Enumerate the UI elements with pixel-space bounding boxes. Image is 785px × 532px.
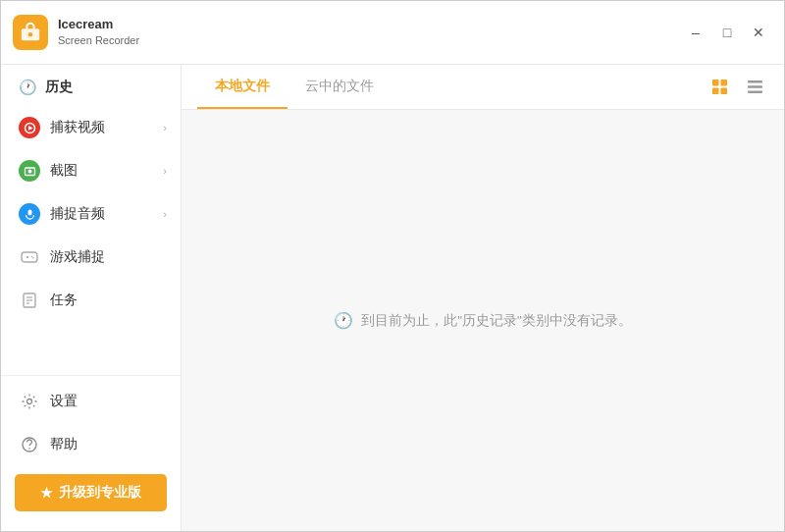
close-button[interactable]: ✕ — [745, 22, 772, 43]
sidebar-item-capture-video[interactable]: 捕获视频 › — [1, 106, 181, 149]
sidebar-item-task[interactable]: 任务 — [1, 279, 181, 322]
app-title-sub: Screen Recorder — [58, 33, 139, 47]
svg-rect-25 — [748, 85, 762, 88]
svg-marker-3 — [28, 126, 33, 131]
app-logo — [13, 15, 48, 50]
sidebar-item-label-screenshot: 截图 — [50, 162, 78, 180]
svg-rect-23 — [720, 88, 727, 95]
svg-rect-8 — [22, 252, 37, 262]
task-icon — [19, 290, 40, 311]
sidebar-item-settings[interactable]: 设置 — [1, 380, 181, 423]
upgrade-button[interactable]: ★ 升级到专业版 — [15, 474, 167, 511]
sidebar-divider — [1, 375, 181, 376]
sidebar-item-help[interactable]: 帮助 — [1, 423, 181, 466]
sidebar: 🕐 历史 捕获视频 › 截图 › 捕捉音频 › — [1, 65, 182, 531]
history-clock-icon: 🕐 — [19, 79, 37, 96]
empty-clock-icon: 🕐 — [334, 311, 353, 330]
svg-rect-26 — [748, 91, 762, 94]
main-layout: 🕐 历史 捕获视频 › 截图 › 捕捉音频 › — [1, 65, 784, 531]
empty-state-message: 到目前为止，此"历史记录"类别中没有记录。 — [361, 312, 632, 330]
content-area: 本地文件 云中的文件 — [182, 65, 784, 531]
sidebar-item-screenshot[interactable]: 截图 › — [1, 149, 181, 192]
capture-audio-icon — [19, 203, 40, 225]
app-header: Icecream Screen Recorder — [1, 15, 139, 50]
grid-view-button[interactable] — [706, 74, 733, 101]
upgrade-star-icon: ★ — [40, 485, 53, 501]
tabs-left: 本地文件 云中的文件 — [197, 66, 392, 108]
capture-video-icon — [19, 117, 40, 138]
settings-label: 设置 — [50, 393, 78, 410]
chevron-icon-capture-video: › — [163, 122, 167, 133]
window-controls: – □ ✕ — [682, 22, 772, 43]
list-view-button[interactable] — [741, 74, 768, 101]
maximize-button[interactable]: □ — [713, 22, 741, 43]
svg-point-12 — [32, 257, 34, 259]
svg-rect-24 — [748, 80, 762, 83]
history-label: 历史 — [45, 79, 73, 96]
svg-rect-20 — [712, 80, 719, 86]
sidebar-item-label-game-capture: 游戏捕捉 — [50, 248, 105, 266]
content-tabs: 本地文件 云中的文件 — [182, 65, 784, 110]
sidebar-item-game-capture[interactable]: 游戏捕捉 — [1, 236, 181, 279]
history-section-title: 🕐 历史 — [1, 65, 181, 106]
upgrade-label: 升级到专业版 — [59, 484, 141, 502]
sidebar-item-label-capture-video: 捕获视频 — [50, 119, 105, 136]
help-label: 帮助 — [50, 436, 78, 453]
tab-local-files[interactable]: 本地文件 — [197, 66, 288, 109]
list-view-icon — [747, 79, 763, 95]
title-bar: Icecream Screen Recorder – □ ✕ — [1, 1, 784, 65]
svg-rect-6 — [27, 209, 31, 215]
app-title-main: Icecream — [58, 17, 139, 33]
content-body: 🕐 到目前为止，此"历史记录"类别中没有记录。 — [182, 110, 784, 531]
minimize-button[interactable]: – — [682, 22, 709, 43]
svg-rect-21 — [720, 80, 727, 86]
chevron-icon-capture-audio: › — [163, 208, 167, 220]
sidebar-item-capture-audio[interactable]: 捕捉音频 › — [1, 192, 181, 236]
svg-point-17 — [27, 399, 32, 404]
svg-point-1 — [28, 32, 33, 37]
sidebar-bottom: 设置 帮助 ★ 升级到专业版 — [1, 371, 181, 531]
svg-rect-22 — [712, 88, 719, 95]
help-icon — [19, 434, 40, 455]
grid-view-icon — [711, 79, 728, 95]
screenshot-icon — [19, 160, 40, 182]
svg-point-19 — [28, 448, 30, 450]
tabs-right — [706, 74, 768, 101]
svg-point-11 — [31, 256, 33, 258]
game-capture-icon — [19, 246, 40, 268]
sidebar-item-label-task: 任务 — [50, 292, 78, 309]
chevron-icon-screenshot: › — [163, 165, 167, 177]
svg-point-5 — [27, 169, 31, 173]
sidebar-item-label-capture-audio: 捕捉音频 — [50, 205, 105, 223]
tab-cloud-files[interactable]: 云中的文件 — [288, 66, 392, 109]
app-title: Icecream Screen Recorder — [58, 17, 139, 47]
settings-icon — [19, 391, 40, 412]
